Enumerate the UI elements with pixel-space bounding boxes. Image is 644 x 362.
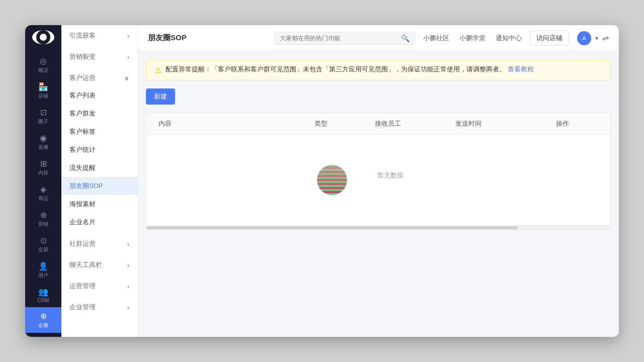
top-header: 朋友圈SOP 🔍 小鹏社区 小鹏学堂 通知中心 访问店铺 A ▾ ⇌ xyxy=(138,25,619,51)
col-send-time: 发送时间 xyxy=(451,113,552,134)
users-icon: 👤 xyxy=(38,261,48,271)
table-container: 内容 类型 接收员工 发送时间 操作 xyxy=(146,113,611,230)
marketing-icon: ⊗ xyxy=(40,210,47,220)
content-area: ⚠ 配置异常提醒：「客户联系和客户群可见范围」未包含「第三方应用可见范围」，为保… xyxy=(138,51,619,337)
app-window: ◎ 概况 🏪 店铺 ⊡ 圈子 ◉ 直播 ⊞ 内容 ◈ 商品 ⊗ 营销 ⊙ 交易 xyxy=(25,25,619,337)
section-community: 社群运营 › xyxy=(61,233,137,254)
products-icon: ◈ xyxy=(40,185,46,194)
section-kehu: 客户运营 ∨ 客户列表 客户群发 客户标签 客户统计 流失提醒 朋友圈SOP xyxy=(61,67,137,233)
chevron-down-icon-4: › xyxy=(127,261,129,269)
section-header-enterprise[interactable]: 企业管理 › xyxy=(61,299,137,316)
table-body: 暂无数据 xyxy=(146,135,610,225)
nav-item-products[interactable]: ◈ 商品 xyxy=(25,180,61,206)
section-yingxiao: 营销裂变 › xyxy=(61,46,137,67)
main-content: 朋友圈SOP 🔍 小鹏社区 小鹏学堂 通知中心 访问店铺 A ▾ ⇌ ⚠ xyxy=(138,25,619,337)
chevron-down-icon-2: › xyxy=(127,53,129,61)
visit-store-button[interactable]: 访问店铺 xyxy=(530,31,569,46)
section-header-yingxiao[interactable]: 营销裂变 › xyxy=(61,48,137,65)
warning-banner: ⚠ 配置异常提醒：「客户联系和客户群可见范围」未包含「第三方应用可见范围」，为保… xyxy=(146,59,611,80)
svg-rect-12 xyxy=(317,185,347,187)
svg-rect-9 xyxy=(317,179,347,181)
nav-item-circle[interactable]: ⊡ 圈子 xyxy=(25,104,61,129)
nav-item-trade[interactable]: ⊙ 交易 xyxy=(25,232,61,257)
nav-item-shop[interactable]: 🏪 店铺 xyxy=(25,78,61,104)
warning-icon: ⚠ xyxy=(154,65,162,75)
chevron-down-icon-5: › xyxy=(127,283,129,290)
table-header: 内容 类型 接收员工 发送时间 操作 xyxy=(146,113,610,135)
page-title: 朋友圈SOP xyxy=(148,33,187,43)
sidebar-item-customer-tag[interactable]: 客户标签 xyxy=(61,123,137,141)
sidebar-item-customer-group[interactable]: 客户群发 xyxy=(61,105,137,123)
overview-icon: ◎ xyxy=(40,56,47,66)
svg-rect-6 xyxy=(317,173,347,175)
trade-icon: ⊙ xyxy=(40,236,47,245)
section-header-operations[interactable]: 运营管理 › xyxy=(61,278,137,295)
section-header-chat[interactable]: 聊天工具栏 › xyxy=(61,256,137,274)
live-icon: ◉ xyxy=(40,133,47,143)
crm-icon: 👥 xyxy=(38,287,48,297)
section-header-liuliuhuoke[interactable]: 引流获客 › xyxy=(61,27,137,44)
svg-rect-2 xyxy=(317,165,347,167)
header-link-notification[interactable]: 通知中心 xyxy=(496,34,522,43)
search-icon[interactable]: 🔍 xyxy=(401,34,410,42)
nav-item-content[interactable]: ⊞ 内容 xyxy=(25,155,61,180)
sidebar-item-business-card[interactable]: 企业名片 xyxy=(61,213,137,231)
nav-item-live[interactable]: ◉ 直播 xyxy=(25,129,61,155)
empty-text: 暂无数据 xyxy=(377,171,404,180)
second-nav: 引流获客 › 营销裂变 › 客户运营 ∨ 客户列表 客户群发 客户标签 xyxy=(61,25,138,337)
header-links: 小鹏社区 小鹏学堂 通知中心 xyxy=(423,34,522,43)
svg-rect-15 xyxy=(317,191,347,193)
section-header-kehu[interactable]: 客户运营 ∨ xyxy=(61,69,137,86)
chevron-down-icon-avatar[interactable]: ▾ xyxy=(595,35,598,42)
switch-icon[interactable]: ⇌ xyxy=(602,33,609,43)
warning-text: 配置异常提醒：「客户联系和客户群可见范围」未包含「第三方应用可见范围」，为保证功… xyxy=(166,65,534,74)
nav-item-users[interactable]: 👤 用户 xyxy=(25,257,61,283)
logo-icon xyxy=(36,30,50,44)
svg-rect-8 xyxy=(317,177,347,179)
col-type: 类型 xyxy=(310,113,371,134)
avatar[interactable]: A xyxy=(577,31,591,45)
chevron-up-icon: ∨ xyxy=(124,74,129,82)
header-link-community[interactable]: 小鹏社区 xyxy=(423,34,449,43)
nav-item-qiwei[interactable]: ⊕ 企微 xyxy=(25,307,61,333)
section-liuliuhuoke: 引流获客 › xyxy=(61,25,137,46)
col-receiver: 接收员工 xyxy=(371,113,451,134)
shop-icon: 🏪 xyxy=(38,82,48,92)
svg-rect-13 xyxy=(317,187,347,189)
section-operations: 运营管理 › xyxy=(61,276,137,297)
circle-icon: ⊡ xyxy=(40,108,47,117)
sidebar-item-customer-list[interactable]: 客户列表 xyxy=(61,86,137,105)
section-chat: 聊天工具栏 › xyxy=(61,254,137,276)
svg-rect-5 xyxy=(317,171,347,173)
chevron-down-icon-3: › xyxy=(127,240,129,248)
chevron-down-icon: › xyxy=(127,32,129,40)
qiwei-icon: ⊕ xyxy=(40,311,47,321)
col-content: 内容 xyxy=(154,113,310,134)
search-input[interactable] xyxy=(280,35,398,42)
nav-item-overview[interactable]: ◎ 概况 xyxy=(25,52,61,78)
warning-link[interactable]: 查看教程 xyxy=(508,65,534,73)
chevron-down-icon-6: › xyxy=(127,304,129,311)
search-box[interactable]: 🔍 xyxy=(274,32,415,45)
new-button[interactable]: 新建 xyxy=(146,88,175,105)
nav-item-marketing[interactable]: ⊗ 营销 xyxy=(25,206,61,232)
table-scrollbar[interactable] xyxy=(146,225,610,229)
loading-spinner xyxy=(316,164,348,196)
scrollbar-thumb[interactable] xyxy=(146,226,518,229)
section-enterprise: 企业管理 › xyxy=(61,297,137,318)
header-link-learn[interactable]: 小鹏学堂 xyxy=(459,34,486,43)
sidebar-item-poster[interactable]: 海报素材 xyxy=(61,195,137,213)
section-header-community[interactable]: 社群运营 › xyxy=(61,235,137,252)
sidebar-item-customer-stats[interactable]: 客户统计 xyxy=(61,141,137,159)
svg-rect-10 xyxy=(317,181,347,183)
nav-item-data[interactable]: ⊞ 数据 xyxy=(25,333,61,337)
content-icon: ⊞ xyxy=(40,159,47,168)
col-action: 操作 xyxy=(552,113,602,134)
svg-rect-3 xyxy=(317,167,347,169)
svg-rect-16 xyxy=(317,193,347,195)
sidebar-item-lost-remind[interactable]: 流失提醒 xyxy=(61,159,137,177)
sidebar-item-moments-sop[interactable]: 朋友圈SOP xyxy=(61,177,137,195)
header-extra: A ▾ ⇌ xyxy=(577,31,609,45)
svg-rect-11 xyxy=(317,183,347,185)
nav-item-crm[interactable]: 👥 CRM xyxy=(25,283,61,307)
